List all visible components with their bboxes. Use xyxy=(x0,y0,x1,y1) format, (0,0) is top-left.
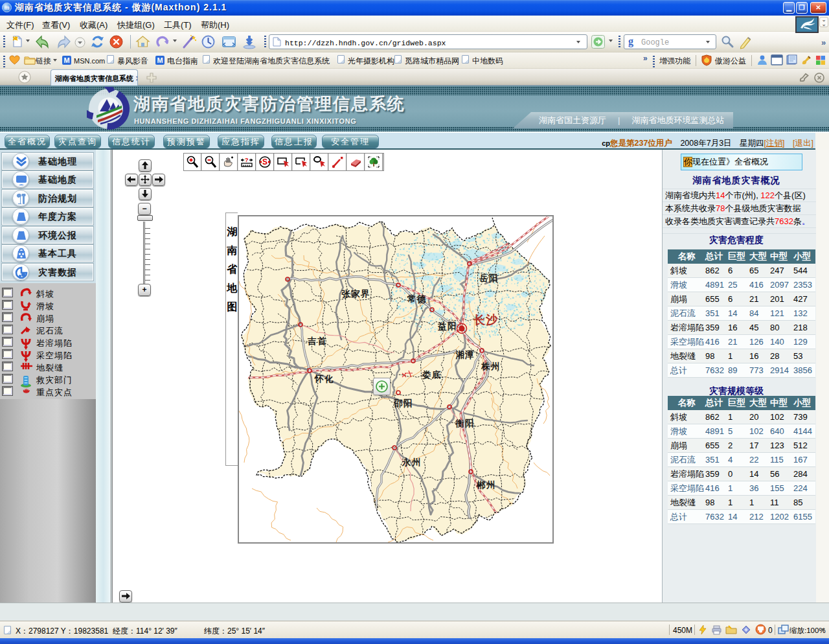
svg-text:吉首: 吉首 xyxy=(307,336,327,346)
svg-text:岳阳: 岳阳 xyxy=(479,273,499,283)
svg-text:株州: 株州 xyxy=(481,362,501,371)
svg-text:怀化: 怀化 xyxy=(314,374,334,384)
svg-text:长沙: 长沙 xyxy=(473,314,499,327)
svg-text:邵阳: 邵阳 xyxy=(393,398,413,408)
svg-text:湘潭: 湘潭 xyxy=(455,350,475,360)
svg-text:张家界: 张家界 xyxy=(341,289,370,299)
svg-text:郴州: 郴州 xyxy=(476,480,496,490)
svg-text:S: S xyxy=(262,157,267,167)
svg-text:?: ? xyxy=(245,157,249,163)
svg-text:衡阳: 衡阳 xyxy=(455,419,475,428)
svg-text:益阳: 益阳 xyxy=(437,321,457,331)
svg-text:永州: 永州 xyxy=(402,457,422,467)
svg-text:娄底: 娄底 xyxy=(422,370,442,380)
svg-text:常德: 常德 xyxy=(407,294,427,304)
